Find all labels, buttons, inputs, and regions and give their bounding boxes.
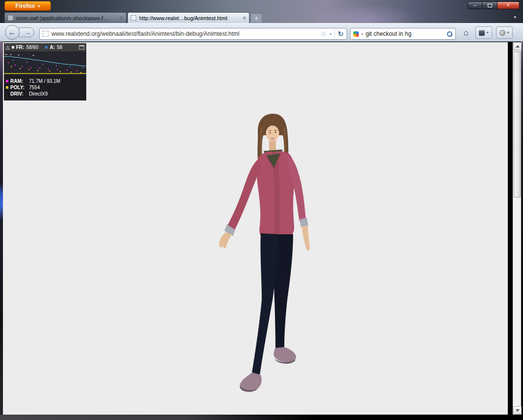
stage-black-strip: [508, 42, 513, 415]
stats-row-driver: DRIV: DirectX9: [6, 91, 84, 97]
titlebar: Firefox ▾ – × room.swf (application/x-sh…: [0, 0, 523, 23]
search-input[interactable]: [366, 30, 445, 37]
tab-title: http://www.realxt…bug/Animtest.html: [139, 15, 240, 21]
stats-row-poly: POLY: 7554: [6, 84, 84, 91]
bookmark-star-icon[interactable]: ☆: [321, 30, 327, 38]
bookmarks-menu-button[interactable]: ▾: [475, 26, 492, 39]
tab-title: room.swf (application/x-shockwave-f…: [16, 15, 117, 21]
chevron-down-icon: ▾: [507, 30, 509, 35]
vertical-scrollbar[interactable]: [513, 42, 521, 415]
firefox-menu-label: Firefox: [15, 2, 35, 9]
search-engine-dropdown-icon[interactable]: ▾: [361, 32, 363, 36]
poly-value: 7554: [29, 85, 40, 90]
away3d-logo-icon: △: [6, 45, 10, 50]
ram-value: 71.7M / 93.1M: [29, 78, 60, 84]
stats-row-ram: RAM: 71.7M / 93.1M: [6, 78, 84, 84]
page-content: △ FR: 58/60 A: 58: [3, 42, 508, 415]
tab-animtest[interactable]: http://www.realxt…bug/Animtest.html ×: [127, 12, 249, 23]
ram-bullet-icon: [6, 80, 8, 82]
back-icon: ←: [8, 28, 16, 37]
stats-graph: [4, 51, 86, 75]
screen: { "window": { "app_button_label": "Firef…: [0, 0, 523, 420]
stats-header: △ FR: 58/60 A: 58: [4, 43, 86, 51]
driver-bullet-spacer: [6, 93, 8, 95]
page-favicon-icon: [43, 31, 49, 37]
window-controls: – ×: [468, 1, 520, 9]
minimize-icon: –: [473, 3, 476, 8]
reload-icon[interactable]: ↻: [338, 30, 344, 38]
home-button[interactable]: ⌂: [460, 26, 473, 39]
stats-minimize-icon[interactable]: [79, 45, 84, 49]
list-all-tabs-button[interactable]: ▾: [514, 15, 516, 20]
performance-graph: [4, 51, 86, 75]
divider: [334, 30, 335, 38]
url-bar[interactable]: ☆ ▾ ↻: [39, 28, 347, 40]
ram-label: RAM:: [10, 78, 27, 84]
addon-icon: [499, 30, 505, 36]
window-bottom-border: [0, 415, 523, 420]
chevron-down-icon: ▾: [486, 30, 488, 35]
bookmarks-icon: [479, 30, 485, 36]
addon-menu-button[interactable]: ▾: [496, 26, 513, 39]
new-tab-button[interactable]: +: [250, 13, 262, 23]
stats-panel: △ FR: 58/60 A: 58: [4, 43, 86, 100]
window-right-border: [521, 42, 523, 415]
minimize-button[interactable]: –: [468, 1, 482, 9]
tab-room-swf[interactable]: room.swf (application/x-shockwave-f… ×: [4, 12, 126, 23]
forward-icon: →: [25, 29, 31, 36]
tab-close-icon[interactable]: ×: [243, 15, 246, 22]
fps-label: FR:: [16, 45, 25, 50]
forward-button[interactable]: →: [19, 27, 34, 37]
scrollbar-thumb[interactable]: [514, 51, 521, 198]
arrow-up-icon: [516, 45, 520, 48]
scroll-down-button[interactable]: [513, 406, 522, 415]
search-bar[interactable]: ▾: [350, 28, 456, 40]
close-button[interactable]: ×: [497, 1, 520, 9]
back-button[interactable]: ←: [5, 25, 20, 40]
avatar-figure: [206, 108, 324, 402]
poly-bullet-icon: [6, 86, 8, 89]
poly-label: POLY:: [10, 85, 27, 90]
tab-strip: room.swf (application/x-shockwave-f… × h…: [4, 12, 262, 23]
google-search-engine-icon[interactable]: [353, 31, 359, 37]
close-icon: ×: [507, 3, 510, 8]
afps-label: A:: [50, 45, 55, 50]
driver-label: DRIV:: [10, 91, 27, 97]
fps-bullet-icon: [12, 46, 14, 49]
search-icon[interactable]: [447, 31, 452, 37]
firefox-menu-button[interactable]: Firefox ▾: [4, 1, 51, 11]
driver-value: DirectX9: [29, 91, 48, 97]
chevron-down-icon: ▾: [38, 4, 40, 8]
navigation-toolbar: → ← ☆ ▾ ↻ ▾ ⌂ ▾ ▾: [0, 23, 523, 42]
tab-close-icon[interactable]: ×: [120, 15, 123, 22]
url-input[interactable]: [51, 30, 318, 37]
tab-favicon-icon: [8, 15, 13, 21]
afps-bullet-icon: [45, 46, 48, 49]
stats-rows: RAM: 71.7M / 93.1M POLY: 7554 DRIV: Dire…: [4, 75, 86, 100]
url-dropdown-icon[interactable]: ▾: [329, 32, 331, 36]
maximize-button[interactable]: [482, 1, 497, 9]
tab-favicon-icon: [131, 15, 136, 21]
arrow-down-icon: [516, 409, 520, 412]
home-icon: ⌂: [464, 28, 469, 38]
scroll-up-button[interactable]: [513, 42, 522, 50]
maximize-icon: [488, 4, 492, 7]
fps-value: 58/60: [26, 45, 38, 50]
afps-value: 58: [57, 45, 62, 50]
